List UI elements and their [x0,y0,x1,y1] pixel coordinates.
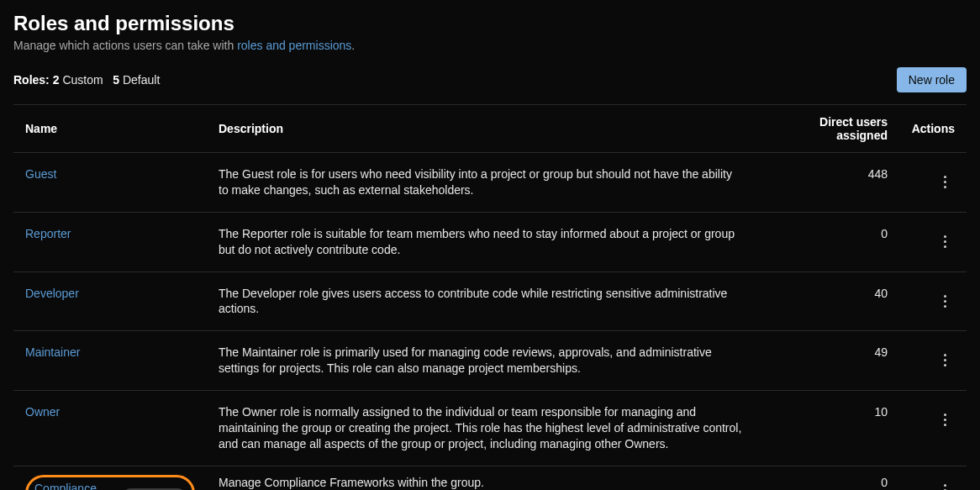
col-header-name: Name [13,105,207,153]
custom-role-highlight: Compliance Officer Custom role [25,475,195,490]
roles-permissions-link[interactable]: roles and permissions [237,39,351,52]
page-title: Roles and permissions [13,12,967,35]
roles-label: Roles: [13,73,50,87]
custom-count: 2 [53,73,60,87]
row-actions-menu[interactable] [935,172,955,192]
role-description: The Reporter role is suitable for team m… [207,212,756,271]
row-actions-menu[interactable] [935,350,955,371]
row-actions-menu[interactable] [935,231,955,251]
roles-summary: Roles: 2 Custom 5 Default [13,73,160,87]
role-users: 10 [756,391,899,466]
role-name-link[interactable]: Reporter [25,227,71,240]
role-name-link[interactable]: Maintainer [25,345,80,359]
role-users: 0 [756,212,899,271]
table-row: Owner The Owner role is normally assigne… [13,391,967,466]
col-header-description: Description [207,105,756,153]
role-name-link[interactable]: Compliance Officer [34,481,116,490]
default-count: 5 [113,73,119,87]
page-subtitle: Manage which actions users can take with… [13,39,967,52]
table-row: Guest The Guest role is for users who ne… [13,153,967,213]
role-description: The Maintainer role is primarily used fo… [207,331,756,391]
row-actions-menu[interactable] [935,480,955,490]
default-label: Default [123,73,160,87]
role-name-link[interactable]: Developer [25,287,79,300]
table-row: Compliance Officer Custom role Manage Co… [13,466,967,490]
role-description: Manage Compliance Frameworks within the … [207,466,756,490]
row-actions-menu[interactable] [935,291,955,311]
row-actions-menu[interactable] [935,410,955,430]
role-description: The Guest role is for users who need vis… [207,153,756,213]
role-description: The Owner role is normally assigned to t… [207,391,756,466]
roles-table: Name Description Direct users assigned A… [13,104,967,490]
role-users: 40 [756,271,899,331]
subtitle-suffix: . [351,39,355,52]
table-row: Reporter The Reporter role is suitable f… [13,212,967,271]
role-name-link[interactable]: Owner [25,405,60,419]
role-users: 448 [756,153,899,213]
new-role-button[interactable]: New role [897,67,967,92]
custom-label: Custom [62,73,103,87]
table-row: Developer The Developer role gives users… [13,271,967,331]
role-users: 49 [756,331,899,391]
role-name-link[interactable]: Guest [25,167,56,181]
role-description: The Developer role gives users access to… [207,271,756,331]
col-header-actions: Actions [899,105,967,153]
subtitle-prefix: Manage which actions users can take with [13,39,237,52]
col-header-users: Direct users assigned [756,105,899,153]
table-row: Maintainer The Maintainer role is primar… [13,331,967,391]
role-users: 0 [756,466,899,490]
